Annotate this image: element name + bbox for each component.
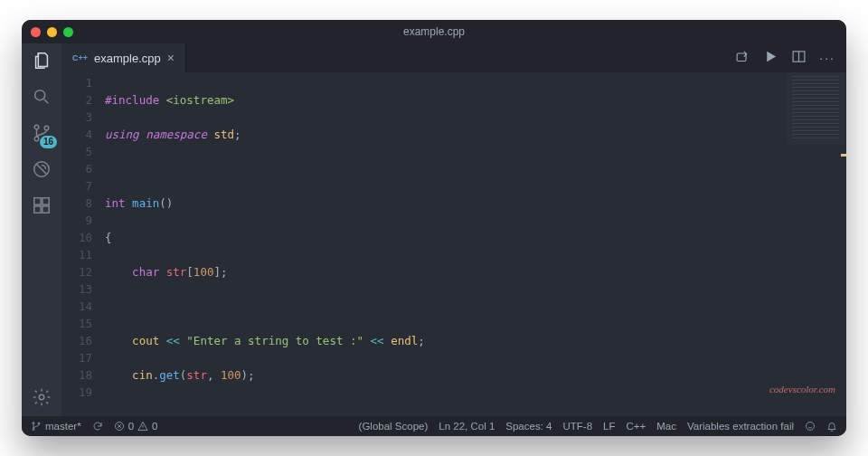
extensions-icon [32, 195, 52, 215]
svg-point-1 [34, 125, 39, 129]
find-replace-button[interactable] [735, 49, 750, 68]
status-notifications[interactable] [826, 421, 837, 432]
watermark: codevscolor.com [769, 384, 835, 394]
sync-icon [92, 421, 103, 432]
status-encoding[interactable]: UTF-8 [562, 421, 592, 432]
minimize-window-button[interactable] [47, 27, 57, 37]
debug-button[interactable] [30, 157, 53, 181]
editor-area: C++ example.cpp × ··· [61, 43, 846, 416]
status-branch[interactable]: master* [31, 421, 81, 432]
run-button[interactable] [763, 49, 778, 68]
smile-icon [805, 421, 816, 432]
split-icon [791, 49, 807, 64]
tab-example-cpp[interactable]: C++ example.cpp × [61, 43, 186, 72]
editor-window: example.cpp 16 [22, 20, 846, 436]
split-editor-button[interactable] [791, 49, 807, 68]
branch-icon [31, 421, 42, 432]
svg-rect-6 [42, 198, 49, 204]
svg-point-3 [44, 126, 49, 130]
tab-bar: C++ example.cpp × ··· [61, 43, 846, 72]
explorer-button[interactable] [30, 49, 53, 72]
svg-point-16 [807, 423, 815, 431]
line-numbers: 12345678910111213141516171819 [61, 72, 105, 416]
editor-actions: ··· [735, 43, 846, 72]
maximize-window-button[interactable] [63, 27, 73, 37]
status-spaces[interactable]: Spaces: 4 [505, 421, 552, 432]
code-content[interactable]: #include <iostream> using namespace std;… [105, 72, 846, 416]
status-scope[interactable]: (Global Scope) [359, 421, 429, 432]
svg-point-9 [39, 394, 44, 400]
settings-button[interactable] [30, 385, 53, 409]
status-eol[interactable]: LF [603, 421, 615, 432]
svg-point-14 [38, 423, 40, 424]
svg-point-12 [33, 423, 34, 424]
status-message[interactable]: Variables extraction fail [687, 421, 794, 432]
play-icon [763, 49, 778, 64]
window-title: example.cpp [22, 25, 846, 38]
warning-icon [137, 421, 148, 432]
status-bar: master* 0 0 (Global Scope) Ln 22, Col 1 … [22, 416, 846, 436]
more-actions-button[interactable]: ··· [819, 51, 835, 65]
svg-point-2 [34, 137, 39, 141]
tab-filename: example.cpp [94, 52, 161, 65]
svg-rect-10 [737, 52, 746, 61]
source-control-button[interactable]: 16 [30, 121, 53, 145]
status-problems[interactable]: 0 0 [114, 421, 158, 432]
svg-point-0 [35, 90, 45, 100]
status-position[interactable]: Ln 22, Col 1 [439, 421, 495, 432]
status-os[interactable]: Mac [656, 421, 676, 432]
svg-rect-5 [34, 198, 41, 204]
svg-rect-8 [42, 206, 49, 213]
search-button[interactable] [30, 85, 53, 109]
scm-badge: 16 [40, 136, 57, 148]
extensions-button[interactable] [30, 194, 53, 217]
code-editor[interactable]: 12345678910111213141516171819 #include <… [61, 72, 846, 416]
close-window-button[interactable] [31, 27, 41, 37]
window-body: 16 C++ example.cpp × [22, 43, 846, 416]
activity-bar: 16 [22, 43, 61, 416]
error-icon [114, 421, 125, 432]
status-language[interactable]: C++ [626, 421, 646, 432]
status-feedback[interactable] [805, 421, 816, 432]
svg-point-13 [33, 429, 34, 431]
find-icon [735, 49, 750, 64]
bell-icon [826, 421, 837, 432]
bug-icon [32, 159, 52, 179]
status-sync[interactable] [92, 421, 103, 432]
tab-close-icon[interactable]: × [167, 51, 175, 65]
tab-language-badge: C++ [72, 53, 88, 62]
gear-icon [32, 387, 52, 407]
svg-rect-7 [34, 206, 41, 213]
traffic-lights [31, 27, 73, 37]
minimap[interactable] [787, 72, 844, 145]
overview-marker [841, 154, 846, 157]
search-icon [32, 87, 52, 107]
titlebar: example.cpp [22, 20, 846, 43]
files-icon [32, 51, 52, 71]
